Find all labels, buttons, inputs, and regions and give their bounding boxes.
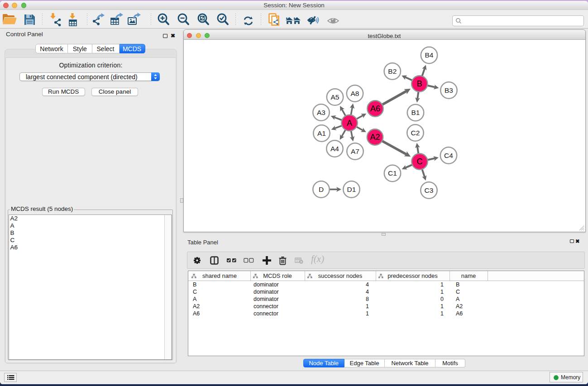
svg-text:A1: A1 [317,129,326,137]
svg-text:D1: D1 [347,186,356,193]
svg-text:A5: A5 [331,93,339,101]
svg-text:B1: B1 [411,109,420,116]
svg-text:C1: C1 [388,169,397,177]
svg-text:A7: A7 [351,148,359,155]
svg-text:A3: A3 [317,109,325,116]
svg-text:B2: B2 [388,67,397,75]
svg-text:C3: C3 [425,186,434,194]
svg-text:A: A [347,119,352,128]
svg-text:A6: A6 [370,104,380,113]
svg-text:A4: A4 [330,145,339,152]
svg-text:C2: C2 [411,129,420,137]
svg-text:B4: B4 [425,51,434,59]
svg-text:A2: A2 [370,133,380,142]
svg-text:B3: B3 [445,86,453,94]
svg-text:C4: C4 [444,152,453,159]
svg-text:B: B [417,79,422,88]
svg-text:C: C [417,157,423,166]
svg-text:D: D [319,186,324,193]
svg-text:A8: A8 [351,90,359,97]
